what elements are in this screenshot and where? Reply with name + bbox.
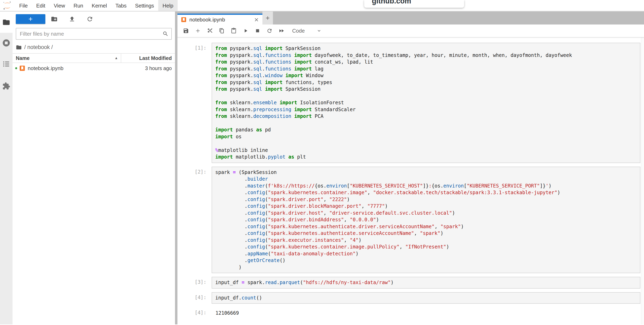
cell-editor[interactable]: input_df.count() <box>212 292 640 304</box>
sidebar-item-running-kernels[interactable] <box>0 33 12 53</box>
tab-title: notebook.ipynb <box>190 17 225 23</box>
save-button[interactable] <box>180 26 192 36</box>
menu-item-edit[interactable]: Edit <box>32 0 50 11</box>
column-header-name[interactable]: Name ▲ <box>12 54 121 63</box>
file-name: notebook.ipynb <box>28 65 63 72</box>
menu-item-run[interactable]: Run <box>70 0 88 11</box>
output-area: [4]:12106669 <box>178 307 644 317</box>
cell-editor[interactable]: from pyspark.sql import SparkSessionfrom… <box>212 43 640 163</box>
output-prompt: [4]: <box>178 307 212 317</box>
sort-ascending-icon[interactable]: ▲ <box>114 56 121 60</box>
upload-icon <box>68 16 76 23</box>
menu-item-file[interactable]: File <box>15 0 32 11</box>
main-area: notebook.ipynb <box>178 12 644 324</box>
cell-prompt: [2]: <box>178 167 212 273</box>
run-icon <box>243 28 248 34</box>
folder-icon <box>2 18 10 26</box>
refresh-icon <box>86 16 93 23</box>
new-launcher-button[interactable] <box>16 14 45 24</box>
refresh-button[interactable] <box>81 14 99 24</box>
popup-github[interactable]: github.com <box>364 0 464 8</box>
file-browser-panel: / notebook / Name ▲ Last Modified notebo… <box>12 12 175 324</box>
cell-editor[interactable]: input_df = spark.read.parquet("hdfs://hd… <box>212 277 640 288</box>
column-header-last-modified[interactable]: Last Modified <box>121 54 175 63</box>
vertical-scrollbar[interactable] <box>641 38 644 324</box>
stop-icon <box>255 28 260 34</box>
jupyter-logo <box>2 1 12 10</box>
notebook-file-icon <box>19 65 26 72</box>
table-of-contents-icon <box>2 60 10 68</box>
sidebar-item-table-of-contents[interactable] <box>0 53 12 75</box>
notebook-toolbar: Code <box>178 25 644 38</box>
breadcrumb[interactable]: / notebook / <box>12 42 175 53</box>
cell-prompt: [1]: <box>178 43 212 163</box>
code-cell: [2]:spark = (SparkSession .builder .mast… <box>178 167 644 273</box>
filter-files-input[interactable] <box>17 31 162 37</box>
file-browser-toolbar <box>12 12 175 26</box>
notebook-content: [1]:from pyspark.sql import SparkSession… <box>178 38 644 324</box>
menu-item-tabs[interactable]: Tabs <box>111 0 131 11</box>
upload-button[interactable] <box>63 14 81 24</box>
notebook-cells: [1]:from pyspark.sql import SparkSession… <box>178 43 644 317</box>
cell-type-dropdown[interactable]: Code <box>292 28 305 34</box>
running-kernels-icon <box>2 39 10 47</box>
notebook-file-icon <box>181 17 187 23</box>
left-sidebar <box>0 12 12 324</box>
popup-text: github.com <box>372 0 464 5</box>
sidebar-item-file-browser[interactable] <box>0 12 12 33</box>
breadcrumb-path: / notebook / <box>24 44 53 51</box>
menu-item-help[interactable]: Help <box>158 0 178 11</box>
close-tab-icon[interactable] <box>254 17 259 23</box>
menu-item-kernel[interactable]: Kernel <box>88 0 111 11</box>
cut-cells-button[interactable] <box>204 26 216 36</box>
code-cell: [1]:from pyspark.sql import SparkSession… <box>178 43 644 163</box>
run-cell-button[interactable] <box>240 26 252 36</box>
menu-items: FileEditViewRunKernelTabsSettingsHelp <box>15 0 178 11</box>
plus-icon <box>195 28 201 34</box>
tab-notebook[interactable]: notebook.ipynb <box>178 14 262 25</box>
tab-bar: notebook.ipynb <box>178 12 644 25</box>
cell-prompt: [4]: <box>178 292 212 304</box>
puzzle-icon <box>2 82 10 90</box>
output-text[interactable]: 12106669 <box>212 307 644 317</box>
new-tab-button[interactable] <box>262 12 273 25</box>
file-row-notebook[interactable]: notebook.ipynb 3 hours ago <box>12 63 175 74</box>
save-icon <box>183 28 189 34</box>
file-modified: 3 hours ago <box>145 65 175 71</box>
new-folder-icon <box>51 16 58 23</box>
cell-editor[interactable]: spark = (SparkSession .builder .master(f… <box>212 167 640 273</box>
fast-forward-icon <box>278 28 284 34</box>
cell-prompt: [3]: <box>178 277 212 288</box>
code-cell: [4]:input_df.count() <box>178 292 644 304</box>
menu-item-settings[interactable]: Settings <box>131 0 158 11</box>
menu-bar: FileEditViewRunKernelTabsSettingsHelp <box>0 0 644 12</box>
restart-icon <box>266 28 272 34</box>
code-cell: [3]:input_df = spark.read.parquet("hdfs:… <box>178 277 644 288</box>
folder-icon <box>16 44 22 51</box>
panel-divider[interactable] <box>175 12 178 324</box>
filter-files-box <box>16 28 172 40</box>
sidebar-item-extension-manager[interactable] <box>0 75 12 97</box>
restart-run-all-button[interactable] <box>275 26 287 36</box>
restart-kernel-button[interactable] <box>264 26 275 36</box>
search-icon <box>162 31 168 37</box>
new-folder-button[interactable] <box>45 14 63 24</box>
menu-item-view[interactable]: View <box>50 0 70 11</box>
copy-icon <box>219 28 225 34</box>
copy-cells-button[interactable] <box>216 26 228 36</box>
clipboard-icon <box>231 28 237 34</box>
plus-icon <box>28 16 34 22</box>
plus-icon <box>265 15 270 21</box>
scissors-icon <box>207 28 213 34</box>
interrupt-kernel-button[interactable] <box>252 26 264 36</box>
paste-cells-button[interactable] <box>228 26 240 36</box>
insert-cell-button[interactable] <box>192 26 204 36</box>
chevron-down-icon[interactable] <box>316 28 322 34</box>
kernel-running-dot <box>15 67 17 69</box>
file-list-header: Name ▲ Last Modified <box>12 53 175 63</box>
